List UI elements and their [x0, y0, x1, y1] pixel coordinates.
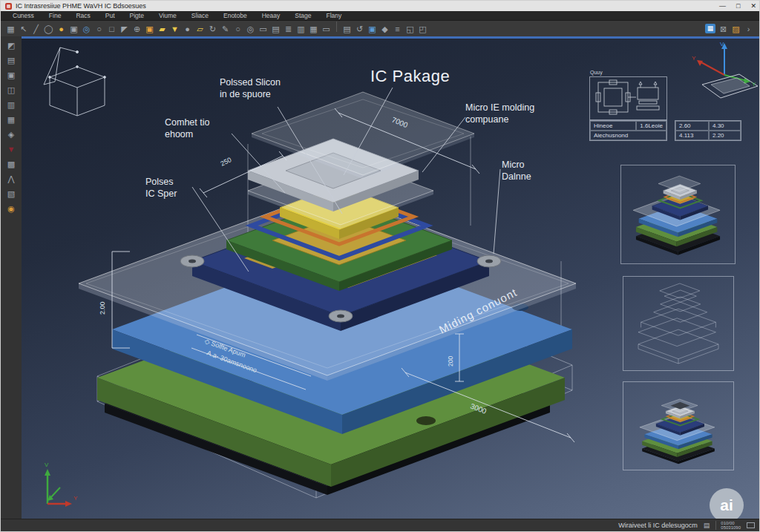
sketch-tool-icon[interactable]: ▤	[4, 56, 19, 65]
ucs-up-label: V	[45, 462, 49, 468]
main-toolbar-icons: ▦↖╱◯●▣◎○□◤⊕▣▰▼●▱↻✎○◎▭▤≣▥▦▭▤↺▣◆≡◱◰	[4, 22, 429, 36]
menu-item-1[interactable]: Fine	[42, 12, 69, 19]
toolbar-overflow-icon[interactable]: ›	[742, 22, 755, 36]
window-cascade-icon[interactable]: ◰	[416, 22, 429, 36]
counter-bottom: 05031090	[721, 525, 741, 530]
donut-tool-icon[interactable]: ◎	[244, 22, 257, 36]
measure-tool-icon[interactable]: ▧	[4, 189, 19, 199]
detail-drawing	[590, 77, 666, 119]
layout-grid-icon[interactable]: ▦	[4, 22, 17, 36]
table-tool-icon[interactable]: ▦	[307, 22, 320, 36]
label-micro-dalnne: MicroDalnne	[502, 160, 531, 183]
toolbar-right-icons: ▦⊠▨›	[704, 22, 755, 36]
text-tool-icon[interactable]: ▥	[295, 22, 307, 36]
menu-item-0[interactable]: Cuness	[5, 12, 42, 19]
toolbar-separator	[336, 22, 337, 32]
dim-250: 250	[219, 156, 232, 168]
app-window: ▩ IC Intrasresiiue PHME WaVH IC Bdsoesue…	[0, 0, 760, 532]
thumbnail-assembled-view[interactable]	[623, 381, 734, 470]
triad-up-label: V	[720, 41, 724, 47]
left-tool-rail: ◩▤▣◫▥▦◈▼▩⋀▧◉	[1, 36, 22, 520]
block-insert-icon[interactable]: ▣	[143, 22, 156, 36]
fillet-tool-icon[interactable]: ◈	[4, 130, 19, 139]
menu-item-6[interactable]: Sliace	[184, 12, 216, 19]
polyline-tool-icon[interactable]: ╱	[30, 22, 42, 36]
title-bar: ▩ IC Intrasresiiue PHME WaVH IC Bdsoesue…	[1, 1, 760, 11]
detail-table-a: Hineoe1.6Leoie Aiechusnond	[589, 120, 667, 141]
folder-open-icon[interactable]: ▰	[156, 22, 168, 36]
dim-2-00: 2.00	[99, 301, 106, 315]
layout-toggle-icon[interactable]	[747, 522, 755, 528]
model-viewport[interactable]: 7000 250 2.00 200 3000 Miding conuont ◇ …	[22, 36, 760, 520]
menu-item-2[interactable]: Racs	[68, 12, 97, 19]
save-file-icon[interactable]: ▤	[269, 22, 282, 36]
menu-item-3[interactable]: Put	[98, 12, 122, 19]
plane-tool-icon[interactable]: □	[105, 22, 118, 36]
ellipse-tool-icon[interactable]: ○	[232, 22, 244, 36]
label-polses-ic: PolsesIC Sper	[145, 177, 177, 200]
revolve-tool-icon[interactable]: ◫	[4, 85, 19, 95]
triad-left-label: Y	[692, 55, 696, 62]
page-title: IC Pakage	[370, 67, 450, 86]
monitor-view-icon[interactable]: ▭	[320, 22, 332, 36]
mirror-tool-icon[interactable]: ⋀	[4, 174, 19, 184]
loft-tool-icon[interactable]: ▦	[4, 115, 19, 125]
close-button[interactable]: ✕	[750, 2, 756, 10]
component-tool-icon[interactable]: ◆	[379, 22, 391, 36]
status-bar: Wiraiveet li IC delesugocm ▤ 010/00 0503…	[1, 519, 760, 531]
tree-view-icon[interactable]: ≡	[391, 22, 404, 36]
rotate-tool-icon[interactable]: ↻	[206, 22, 219, 36]
sweep-tool-icon[interactable]: ▥	[4, 100, 19, 110]
window-tile-icon[interactable]: ◱	[404, 22, 416, 36]
detail-drawing-panel[interactable]	[589, 76, 667, 120]
document-new-icon[interactable]: ▤	[341, 22, 353, 36]
render-view-icon[interactable]: ▦	[705, 24, 715, 33]
printer-icon[interactable]: ▤	[704, 522, 710, 529]
snapshot-tool-icon[interactable]: ⊠	[717, 22, 730, 36]
move-tool-icon[interactable]: ⊕	[131, 22, 143, 36]
status-counters: 010/00 05031090	[715, 521, 741, 530]
menu-item-5[interactable]: Viume	[151, 12, 184, 19]
blob-tool-icon[interactable]: ●	[181, 22, 194, 36]
thumbnail-wireframe-view[interactable]	[623, 276, 734, 371]
extrude-tool-icon[interactable]: ▣	[4, 70, 19, 80]
sheet-tool-icon[interactable]: ▭	[257, 22, 269, 36]
app-icon: ▩	[5, 3, 12, 10]
wireframe-cube	[44, 47, 105, 116]
label-polished-silicon: Polssed Sliconin de spuore	[220, 77, 281, 100]
detail-panel-tag: Quuy	[590, 70, 603, 75]
pencil-tool-icon[interactable]: ✎	[219, 22, 232, 36]
dim-200: 200	[447, 356, 454, 367]
minimize-button[interactable]: —	[719, 2, 726, 10]
select-pointer-icon[interactable]: ↖	[17, 22, 30, 36]
eraser-tool-icon[interactable]: ◤	[118, 22, 131, 36]
materials-panel-icon[interactable]: ▨	[730, 22, 742, 36]
layers-panel-icon[interactable]: ≣	[282, 22, 295, 36]
sync-model-icon[interactable]: ↺	[353, 22, 366, 36]
ai-watermark: ai	[710, 488, 744, 520]
orientation-triad[interactable]: V Y Y	[692, 41, 758, 98]
menu-item-4[interactable]: Pigte	[122, 12, 151, 19]
validate-check-icon[interactable]: ▣	[366, 22, 379, 36]
menu-item-8[interactable]: Heaay	[255, 12, 288, 19]
shell-tool-icon[interactable]: ▼	[4, 145, 19, 154]
triad-right-label: Y	[752, 81, 756, 88]
cylinder-tool-icon[interactable]: ◎	[80, 22, 93, 36]
menu-bar: CunessFineRacsPutPigteViumeSliaceEnotobe…	[1, 11, 760, 21]
constraints-tool-icon[interactable]: ◉	[4, 204, 19, 214]
filter-tool-icon[interactable]: ▼	[168, 22, 181, 36]
maximize-button[interactable]: □	[736, 2, 740, 10]
label-molding-compound: Micro IE moldingcompuane	[465, 102, 534, 125]
sphere-tool-icon[interactable]: ●	[55, 22, 68, 36]
circle-tool-icon[interactable]: ◯	[42, 22, 55, 36]
menu-item-9[interactable]: Stage	[287, 12, 318, 19]
thumbnail-exploded-view[interactable]	[620, 165, 736, 264]
ring-tool-icon[interactable]: ○	[93, 22, 105, 36]
menu-item-10[interactable]: Flany	[318, 12, 349, 19]
box-tool-icon[interactable]: ▣	[68, 22, 80, 36]
detail-table-b: 2.604.30 4.1132.20	[675, 120, 741, 141]
folder-locked-icon[interactable]: ▱	[194, 22, 206, 36]
pattern-tool-icon[interactable]: ▩	[4, 160, 19, 169]
menu-item-7[interactable]: Enotobe	[216, 12, 255, 19]
select-tool-icon[interactable]: ◩	[4, 41, 19, 50]
